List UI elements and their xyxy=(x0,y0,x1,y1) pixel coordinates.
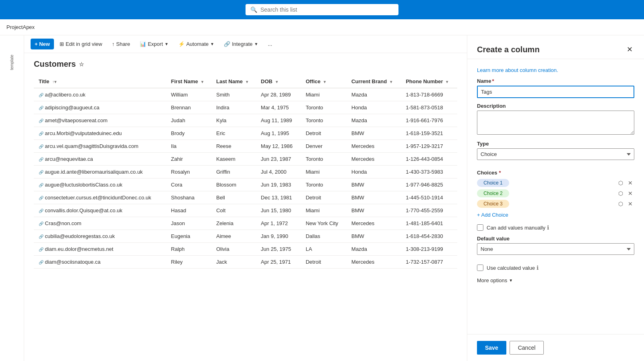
choice-actions-2: ⬡ ✕ xyxy=(617,189,634,197)
description-input[interactable] xyxy=(477,111,634,135)
cell-title: 🔗 augue@luctuslobortisClass.co.uk xyxy=(34,178,166,191)
choice-item-1: Choice 1 ⬡ ✕ xyxy=(477,179,634,187)
cell-title: 🔗 adipiscing@augueut.ca xyxy=(34,101,166,114)
table-row: 🔗 cubilia@eudoloregestas.co.uk Eugenia A… xyxy=(34,230,457,243)
add-choice-label: + Add Choice xyxy=(477,212,508,218)
top-bar: 🔍 xyxy=(0,0,644,19)
default-value-select[interactable]: None xyxy=(477,243,634,255)
col-brand[interactable]: Current Brand ▾ xyxy=(347,75,401,88)
learn-more-link[interactable]: Learn more about column creation. xyxy=(477,66,634,78)
search-input[interactable] xyxy=(260,6,394,13)
more-options-button[interactable]: More options ▼ xyxy=(477,276,513,285)
col-firstname[interactable]: First Name ▾ xyxy=(166,75,211,88)
cell-phone: 1-813-718-6669 xyxy=(401,88,457,101)
more-options-chevron-icon: ▼ xyxy=(509,278,513,283)
choice-color-btn-1[interactable]: ⬡ xyxy=(617,179,625,187)
col-phone[interactable]: Phone Number ▾ xyxy=(401,75,457,88)
cell-firstname: Cora xyxy=(166,178,211,191)
favorite-star-icon[interactable]: ☆ xyxy=(79,61,84,68)
automate-button[interactable]: ⚡ Automate ▼ xyxy=(174,39,219,49)
cell-phone: 1-977-946-8825 xyxy=(401,178,457,191)
integrate-chevron: ▼ xyxy=(254,42,258,46)
cell-office: New York City xyxy=(301,217,347,230)
panel-title: Create a column xyxy=(477,45,540,54)
cell-firstname: Judah xyxy=(166,114,211,127)
cell-phone: 1-618-454-2830 xyxy=(401,230,457,243)
can-add-manually-checkbox[interactable] xyxy=(477,224,483,231)
choice-remove-btn-2[interactable]: ✕ xyxy=(626,189,634,197)
cell-dob: Jun 25, 1975 xyxy=(256,243,301,256)
integrate-button[interactable]: 🔗 Integrate ▼ xyxy=(220,39,262,49)
choice-item-2: Choice 2 ⬡ ✕ xyxy=(477,189,634,197)
export-button[interactable]: 📊 Export ▼ xyxy=(136,39,172,49)
cell-phone: 1-445-510-1914 xyxy=(401,191,457,204)
cell-brand: Mercedes xyxy=(347,217,401,230)
cell-phone: 1-770-455-2559 xyxy=(401,204,457,217)
edit-grid-button[interactable]: ⊞ Edit in grid view xyxy=(56,39,106,49)
choice-tag-2[interactable]: Choice 2 xyxy=(477,189,509,197)
table-row: 🔗 diam@sociisnatoque.ca Riley Jack Apr 2… xyxy=(34,256,457,269)
cell-office: LA xyxy=(301,243,347,256)
more-toolbar-button[interactable]: ... xyxy=(264,39,276,49)
app-name: ProjectApex xyxy=(6,24,35,30)
share-label: Share xyxy=(116,41,130,47)
can-add-manually-label: Can add values manually ℹ xyxy=(487,224,549,231)
can-add-info-icon[interactable]: ℹ xyxy=(547,224,549,231)
choice-color-btn-3[interactable]: ⬡ xyxy=(617,200,625,208)
new-button[interactable]: + New xyxy=(31,39,54,49)
cell-dob: Jun 15, 1980 xyxy=(256,204,301,217)
col-office[interactable]: Office ▾ xyxy=(301,75,347,88)
name-required-indicator: * xyxy=(492,78,494,84)
can-add-manually-row: Can add values manually ℹ xyxy=(477,224,634,231)
cell-phone: 1-481-185-6401 xyxy=(401,217,457,230)
col-dob[interactable]: DOB ▾ xyxy=(256,75,301,88)
table-row: 🔗 convallis.dolor.Quisque@at.co.uk Hasad… xyxy=(34,204,457,217)
toolbar: + New ⊞ Edit in grid view ↑ Share 📊 Expo… xyxy=(24,35,467,53)
cell-firstname: Ila xyxy=(166,140,211,153)
table-row: 🔗 arcu.vel.quam@sagittisDuisgravida.com … xyxy=(34,140,457,153)
choice-remove-btn-3[interactable]: ✕ xyxy=(626,200,634,208)
choice-actions-1: ⬡ ✕ xyxy=(617,179,634,187)
more-options-label: More options xyxy=(477,277,507,283)
type-select[interactable]: Choice Text Number Date Person Yes/No Hy… xyxy=(477,148,634,160)
col-title[interactable]: Title ↑▾ xyxy=(34,75,166,88)
cell-dob: Aug 1, 1995 xyxy=(256,127,301,140)
calculated-info-icon[interactable]: ℹ xyxy=(537,265,539,271)
name-field-label: Name * xyxy=(477,78,634,84)
choice-color-btn-2[interactable]: ⬡ xyxy=(617,189,625,197)
cell-title: 🔗 diam.eu.dolor@necmetus.net xyxy=(34,243,166,256)
choice-remove-btn-1[interactable]: ✕ xyxy=(626,179,634,187)
cell-dob: Jan 9, 1990 xyxy=(256,230,301,243)
table-row: 🔗 a@aclibero.co.uk William Smith Apr 28,… xyxy=(34,88,457,101)
col-lastname[interactable]: Last Name ▾ xyxy=(211,75,256,88)
choice-tag-1[interactable]: Choice 1 xyxy=(477,179,509,187)
cell-brand: Honda xyxy=(347,166,401,178)
share-button[interactable]: ↑ Share xyxy=(108,39,134,49)
panel-header: Create a column ✕ xyxy=(467,35,644,59)
cell-dob: May 12, 1986 xyxy=(256,140,301,153)
automate-chevron: ▼ xyxy=(210,42,214,46)
cell-lastname: Kyla xyxy=(211,114,256,127)
add-choice-button[interactable]: + Add Choice xyxy=(477,210,508,219)
cancel-label: Cancel xyxy=(518,345,536,351)
cell-office: Toronto xyxy=(301,101,347,114)
cell-brand: BMW xyxy=(347,178,401,191)
cell-lastname: Colt xyxy=(211,204,256,217)
table-row: 🔗 augue@luctuslobortisClass.co.uk Cora B… xyxy=(34,178,457,191)
cell-dob: Mar 4, 1975 xyxy=(256,101,301,114)
use-calculated-checkbox[interactable] xyxy=(477,265,483,271)
save-button[interactable]: Save xyxy=(477,341,506,355)
panel-close-button[interactable]: ✕ xyxy=(625,43,634,55)
cell-phone: 1-916-661-7976 xyxy=(401,114,457,127)
cell-office: Toronto xyxy=(301,178,347,191)
cell-lastname: Bell xyxy=(211,191,256,204)
integrate-icon: 🔗 xyxy=(224,41,230,47)
name-input[interactable] xyxy=(477,86,634,98)
cell-firstname: Riley xyxy=(166,256,211,269)
cell-firstname: Hasad xyxy=(166,204,211,217)
search-box[interactable]: 🔍 xyxy=(246,4,398,15)
choice-tag-3[interactable]: Choice 3 xyxy=(477,200,509,208)
cancel-button[interactable]: Cancel xyxy=(510,341,544,355)
cell-dob: Dec 13, 1981 xyxy=(256,191,301,204)
cell-firstname: William xyxy=(166,88,211,101)
